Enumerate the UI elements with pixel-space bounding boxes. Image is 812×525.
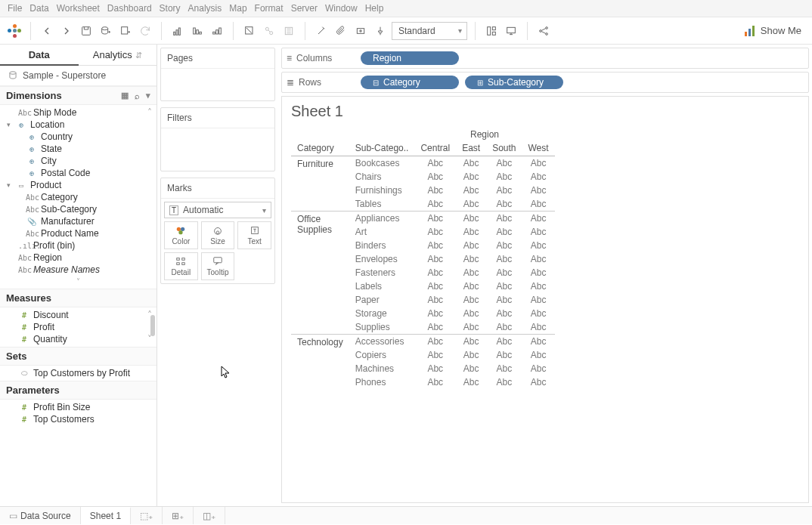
showme-icon (744, 25, 756, 37)
back-icon[interactable] (39, 23, 55, 39)
pages-card[interactable]: Pages (160, 48, 275, 101)
menu-format[interactable]: Format (255, 3, 284, 14)
show-me-label: Show Me (761, 25, 801, 36)
sort-asc-icon[interactable] (189, 23, 206, 39)
rows-shelf[interactable]: ≣Rows ⊟Category ⊞Sub-Category (281, 72, 809, 93)
dim-city[interactable]: ⊕City (0, 155, 157, 167)
sort-desc-icon[interactable] (209, 23, 225, 39)
svg-point-21 (540, 29, 542, 32)
dim-postal[interactable]: ⊕Postal Code (0, 167, 157, 179)
tab-data[interactable]: Data (0, 45, 79, 65)
menu-analysis[interactable]: Analysis (188, 3, 222, 14)
fit-select-label: Standard (398, 26, 435, 36)
svg-point-27 (10, 72, 16, 75)
pill-category[interactable]: ⊟Category (361, 76, 459, 89)
attach-icon[interactable] (333, 23, 349, 39)
marks-detail-button[interactable]: Detail (164, 252, 198, 280)
meas-quantity[interactable]: #Quantity˅ (0, 333, 157, 345)
fit-select[interactable]: Standard (392, 22, 467, 40)
cards-column: Pages Filters Marks TAutomatic Color Siz… (157, 45, 278, 506)
tableau-logo-icon[interactable] (6, 23, 23, 39)
tab-datasource[interactable]: ▭Data Source (0, 507, 81, 524)
sheet-canvas[interactable]: Sheet 1 RegionCategorySub-Catego..Centra… (281, 96, 809, 503)
new-story-icon: ◫₊ (203, 511, 215, 521)
datasource-row[interactable]: Sample - Superstore (0, 66, 157, 86)
marks-text-button[interactable]: Text (237, 221, 271, 249)
menu-story[interactable]: Story (160, 3, 181, 14)
measures-tree: #Discount˄ #Profit #Quantity˅ (0, 307, 157, 347)
filters-card[interactable]: Filters (160, 107, 275, 171)
dim-ship-mode[interactable]: AbcShip Mode˄ (0, 107, 157, 119)
menu-window[interactable]: Window (325, 3, 358, 14)
scrollbar-thumb[interactable] (150, 315, 155, 336)
totals-icon[interactable] (280, 23, 297, 39)
marks-size-button[interactable]: Size (201, 221, 235, 249)
new-worksheet-button[interactable]: ⬚₊ (131, 507, 163, 524)
dim-subcategory[interactable]: AbcSub-Category (0, 203, 157, 215)
svg-rect-2 (122, 26, 128, 33)
forward-icon[interactable] (58, 23, 75, 39)
pill-subcategory[interactable]: ⊞Sub-Category (465, 76, 563, 89)
svg-rect-19 (492, 32, 495, 35)
menu-file[interactable]: File (8, 3, 22, 14)
marks-tooltip-button[interactable]: Tooltip (201, 252, 235, 280)
sheet-title[interactable]: Sheet 1 (291, 103, 799, 120)
menu-server[interactable]: Server (291, 3, 318, 14)
view-icon[interactable]: ▦ (121, 91, 129, 100)
set-topcust[interactable]: ⬭Top Customers by Profit (0, 367, 157, 379)
refresh-icon[interactable] (137, 23, 153, 39)
viz-area: ≡Columns Region ≣Rows ⊟Category ⊞Sub-Cat… (278, 45, 812, 506)
new-dashboard-button[interactable]: ⊞₊ (163, 507, 194, 524)
meas-discount[interactable]: #Discount˄ (0, 309, 157, 321)
swap-icon[interactable] (169, 23, 186, 39)
dim-state[interactable]: ⊕State (0, 143, 157, 155)
presentation-icon[interactable] (503, 23, 519, 39)
save-icon[interactable] (78, 23, 95, 39)
menu-help[interactable]: Help (365, 3, 384, 14)
dim-productname[interactable]: AbcProduct Name (0, 227, 157, 239)
columns-shelf[interactable]: ≡Columns Region (281, 48, 809, 69)
tab-sheet1[interactable]: Sheet 1 (81, 507, 131, 524)
dim-measurenames[interactable]: AbcMeasure Names (0, 264, 157, 276)
svg-rect-34 (177, 258, 180, 261)
menu-worksheet[interactable]: Worksheet (57, 3, 100, 14)
highlight-icon[interactable] (241, 23, 258, 39)
menu-dashboard[interactable]: Dashboard (107, 3, 152, 14)
dim-location[interactable]: ▾⊕Location (0, 119, 157, 131)
bottom-tabs: ▭Data Source Sheet 1 ⬚₊ ⊞₊ ◫₊ (0, 506, 812, 524)
new-data-icon[interactable] (98, 23, 114, 39)
marks-type-select[interactable]: TAutomatic (164, 202, 271, 218)
cards-icon[interactable] (483, 23, 500, 39)
meas-profit[interactable]: #Profit (0, 321, 157, 333)
svg-point-22 (546, 26, 548, 29)
dim-profitbin[interactable]: .ılı.Profit (bin) (0, 239, 157, 252)
new-worksheet-icon: ⬚₊ (140, 511, 153, 521)
datasource-icon: ▭ (9, 511, 17, 521)
dim-country[interactable]: ⊕Country (0, 131, 157, 143)
dim-category[interactable]: AbcCategory (0, 191, 157, 203)
tab-analytics[interactable]: Analytics⇵ (79, 45, 157, 65)
param-profitbinsize[interactable]: #Profit Bin Size (0, 401, 157, 413)
toolbar: Standard Show Me (0, 17, 812, 45)
svg-rect-18 (492, 26, 495, 29)
pin-icon[interactable] (372, 23, 389, 39)
marker-icon[interactable] (313, 23, 330, 39)
dim-product[interactable]: ▾▭Product (0, 179, 157, 191)
menu-data[interactable]: Data (29, 3, 48, 14)
new-sheet-icon[interactable] (117, 23, 134, 39)
scroll-down-icon[interactable]: ˅ (0, 276, 157, 287)
svg-rect-37 (182, 263, 185, 265)
search-icon[interactable]: ⌕ (135, 91, 140, 100)
pill-region[interactable]: Region (361, 51, 459, 65)
menu-map[interactable]: Map (229, 3, 246, 14)
dim-manufacturer[interactable]: 📎Manufacturer (0, 215, 157, 227)
share-icon[interactable] (535, 23, 552, 39)
marks-color-button[interactable]: Color (164, 221, 198, 249)
group-icon[interactable] (261, 23, 277, 39)
show-me-button[interactable]: Show Me (739, 25, 806, 37)
label-icon[interactable] (352, 23, 369, 39)
dim-region[interactable]: AbcRegion (0, 252, 157, 264)
param-topcustomers[interactable]: #Top Customers (0, 413, 157, 425)
new-story-button[interactable]: ◫₊ (194, 507, 225, 524)
menu-icon[interactable]: ▾ (146, 91, 150, 100)
